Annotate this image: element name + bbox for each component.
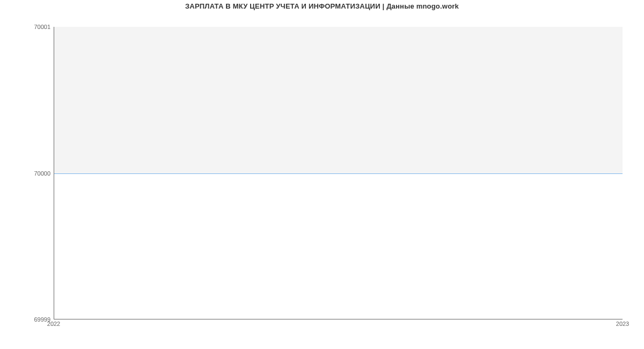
- chart-title: ЗАРПЛАТА В МКУ ЦЕНТР УЧЕТА И ИНФОРМАТИЗА…: [0, 2, 644, 10]
- chart-container: ЗАРПЛАТА В МКУ ЦЕНТР УЧЕТА И ИНФОРМАТИЗА…: [0, 0, 644, 349]
- y-tick-1: 70000: [2, 170, 50, 176]
- series-line: [54, 173, 623, 174]
- plot-band: [54, 27, 623, 173]
- x-tick-1: 2023: [616, 321, 629, 327]
- plot-area: [54, 27, 623, 319]
- y-tick-0: 69999: [2, 317, 50, 323]
- y-tick-2: 70001: [2, 24, 50, 30]
- x-tick-0: 2022: [47, 321, 60, 327]
